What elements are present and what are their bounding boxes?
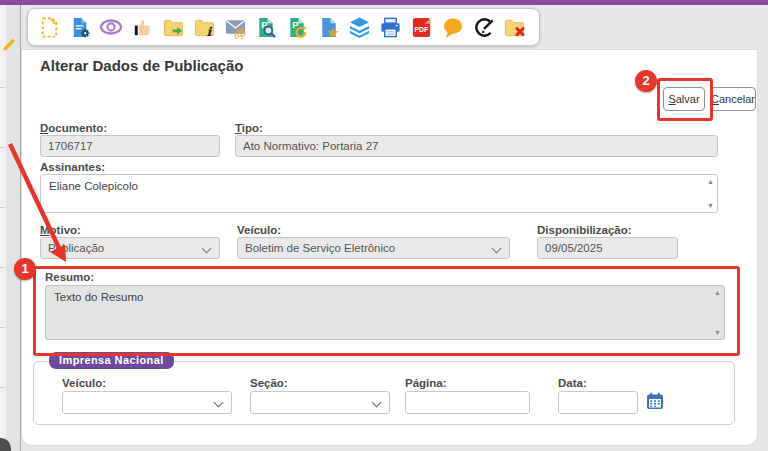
scrollbar-up-icon[interactable]: ▲	[707, 178, 714, 185]
document-search-icon[interactable]: P	[254, 15, 278, 39]
svg-text:@: @	[234, 26, 246, 38]
email-at-icon[interactable]: @	[223, 15, 247, 39]
imprensa-secao-select[interactable]	[250, 391, 390, 414]
forward-folder-icon[interactable]	[161, 15, 185, 39]
documento-label: Documento:	[40, 122, 107, 134]
page-title: Alterar Dados de Publicação	[40, 57, 243, 74]
disponibilizacao-input	[537, 237, 678, 259]
document-settings-icon[interactable]	[68, 15, 92, 39]
print-icon[interactable]	[378, 15, 402, 39]
tipo-label: Tipo:	[235, 122, 263, 134]
imprensa-pagina-label: Página:	[405, 377, 447, 389]
imprensa-secao-label: Seção:	[250, 377, 288, 389]
imprensa-veiculo-select[interactable]	[62, 391, 232, 414]
annotation-step-1-badge: 1	[14, 258, 36, 280]
scrollbar-down-icon[interactable]: ▼	[707, 202, 714, 209]
cancel-button[interactable]: Cancelar	[710, 87, 756, 111]
save-button[interactable]: Salvar	[663, 87, 705, 111]
approve-thumbs-up-icon[interactable]	[130, 15, 154, 39]
remove-folder-icon[interactable]	[502, 15, 526, 39]
new-document-dashed-icon[interactable]	[37, 15, 61, 39]
veiculo-select: Boletim de Serviço Eletrônico	[237, 237, 510, 259]
layers-icon[interactable]	[347, 15, 371, 39]
assinantes-textarea[interactable]: Eliane Colepicolo ▲ ▼	[40, 174, 718, 213]
resumo-textarea: Texto do Resumo ▲ ▼	[45, 285, 725, 340]
tipo-input	[235, 135, 718, 157]
documento-input	[40, 135, 220, 157]
chevron-down-icon	[202, 244, 212, 254]
chevron-down-icon	[492, 244, 502, 254]
document-refresh-icon[interactable]: P	[285, 15, 309, 39]
imprensa-nacional-legend: Imprensa Nacional	[49, 352, 174, 369]
sidebar-tree-mark	[0, 387, 5, 388]
motivo-select: Publicação	[40, 237, 220, 259]
scrollbar-down-icon[interactable]: ▼	[714, 329, 721, 336]
sidebar-tree-mark	[0, 207, 5, 208]
disponibilizacao-label: Disponibilização:	[537, 224, 632, 236]
chevron-down-icon	[214, 398, 224, 408]
sidebar-tree-mark	[0, 267, 5, 268]
view-eye-icon[interactable]	[99, 15, 123, 39]
sidebar-tree-mark	[0, 147, 5, 148]
calendar-icon[interactable]	[646, 392, 664, 414]
imprensa-veiculo-label: Veículo:	[62, 377, 106, 389]
sidebar-tree-mark	[0, 327, 5, 328]
chevron-down-icon	[372, 398, 382, 408]
app-window: i @ P P PDF Alterar	[0, 0, 768, 451]
document-star-icon[interactable]	[316, 15, 340, 39]
motivo-label: Motivo:	[40, 224, 81, 236]
pdf-icon[interactable]: PDF	[409, 15, 433, 39]
window-accent-bar	[0, 0, 768, 5]
folder-info-icon[interactable]: i	[192, 15, 216, 39]
veiculo-label: Veículo:	[237, 224, 281, 236]
scrollbar-up-icon[interactable]: ▲	[714, 289, 721, 296]
sidebar-tree-mark	[0, 87, 5, 88]
comment-icon[interactable]	[440, 15, 464, 39]
left-sidebar-sliver	[0, 5, 6, 451]
annotation-step-2-badge: 2	[635, 70, 657, 92]
assinantes-label: Assinantes:	[40, 161, 105, 173]
imprensa-data-input[interactable]	[558, 391, 638, 414]
imprensa-data-label: Data:	[558, 377, 587, 389]
imprensa-pagina-input[interactable]	[405, 391, 530, 414]
document-toolbar: i @ P P PDF	[27, 8, 540, 46]
pencil-icon	[2, 38, 16, 56]
sign-document-icon[interactable]	[471, 15, 495, 39]
svg-text:PDF: PDF	[414, 25, 428, 32]
resumo-label: Resumo:	[45, 271, 94, 283]
